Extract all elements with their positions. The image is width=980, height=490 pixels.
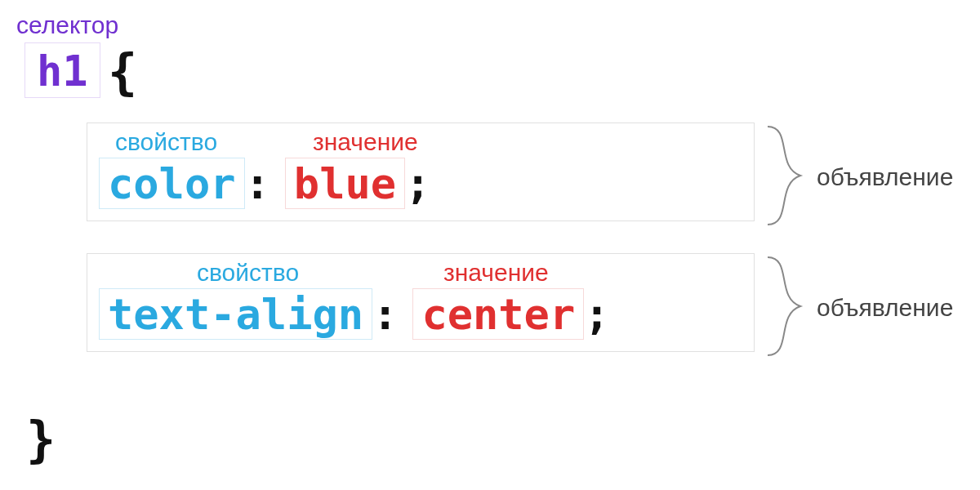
label-declaration-2: объявление xyxy=(817,294,953,322)
css-declaration-1: свойство значение color:blue; xyxy=(87,122,755,221)
colon-2: : xyxy=(372,290,398,339)
label-value-1: значение xyxy=(313,128,418,156)
css-declaration-2: свойство значение text-align:center; xyxy=(87,253,755,352)
label-property-2: свойство xyxy=(197,259,299,287)
semicolon-1: ; xyxy=(405,159,430,208)
css-property-2: text-align xyxy=(99,288,372,340)
brace-decoration-2 xyxy=(760,253,808,359)
css-value-2: center xyxy=(412,288,584,340)
label-property-1: свойство xyxy=(115,128,217,156)
label-declaration-1: объявление xyxy=(817,163,953,191)
css-selector: h1 xyxy=(24,42,100,98)
label-selector: селектор xyxy=(16,11,118,39)
semicolon-2: ; xyxy=(584,290,609,339)
brace-decoration-1 xyxy=(760,122,808,229)
brace-close: } xyxy=(26,415,56,464)
label-value-2: значение xyxy=(443,259,549,287)
css-value-1: blue xyxy=(285,158,405,209)
colon-1: : xyxy=(245,159,270,208)
brace-open: { xyxy=(108,47,137,96)
css-property-1: color xyxy=(99,158,245,209)
